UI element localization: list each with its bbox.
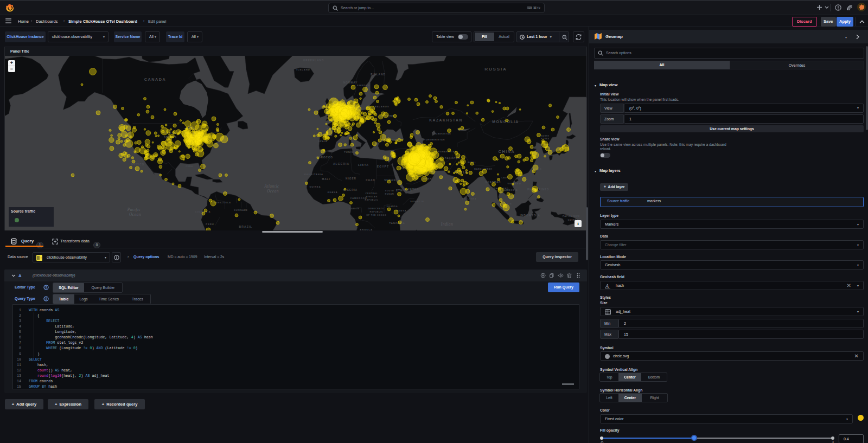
svg-text:CHINA: CHINA: [499, 149, 515, 154]
svg-text:Ocean: Ocean: [129, 212, 141, 217]
svg-text:CUBA: CUBA: [186, 165, 193, 168]
svg-text:GREENLAND: GREENLAND: [303, 59, 324, 62]
svg-text:ICELAND: ICELAND: [296, 68, 310, 71]
svg-text:SWEDEN: SWEDEN: [357, 84, 370, 87]
svg-text:CANADA: CANADA: [144, 77, 167, 82]
svg-text:GUINEA: GUINEA: [310, 185, 321, 188]
svg-text:PAPUA NEW: PAPUA NEW: [563, 215, 580, 217]
svg-text:NORTH: NORTH: [541, 135, 550, 137]
svg-text:ETHIOPIA: ETHIOPIA: [396, 189, 412, 192]
svg-text:VIETNAM: VIETNAM: [507, 182, 521, 185]
svg-text:SOMALIA: SOMALIA: [410, 200, 424, 203]
svg-text:MALI: MALI: [322, 178, 330, 181]
svg-text:KAZAKHSTAN: KAZAKHSTAN: [429, 118, 463, 122]
svg-text:RUSSIA: RUSSIA: [484, 67, 507, 72]
svg-text:AFGHANISTAN: AFGHANISTAN: [436, 150, 457, 153]
svg-text:Ocean: Ocean: [267, 189, 279, 194]
svg-text:PHILIPPINES: PHILIPPINES: [527, 188, 549, 191]
svg-text:GABON: GABON: [349, 207, 359, 210]
svg-text:DEMOCRATIC: DEMOCRATIC: [368, 208, 385, 210]
svg-text:MEXICO: MEXICO: [131, 163, 145, 166]
svg-text:SRI LANKA: SRI LANKA: [462, 198, 477, 200]
svg-text:REPUBLIC: REPUBLIC: [365, 199, 379, 201]
svg-text:PERU: PERU: [206, 223, 214, 226]
svg-text:Indian: Indian: [441, 222, 454, 227]
svg-text:NIGER: NIGER: [346, 177, 356, 180]
svg-text:OF THE CONGO: OF THE CONGO: [366, 214, 386, 216]
svg-text:GHANA: GHANA: [327, 191, 337, 194]
svg-text:CENTRAL: CENTRAL: [366, 192, 378, 195]
svg-text:TUNISIA: TUNISIA: [344, 151, 357, 153]
svg-text:VENEZUELA: VENEZUELA: [214, 201, 231, 204]
svg-text:Atlantic: Atlantic: [264, 184, 279, 189]
svg-text:FINLAND: FINLAND: [371, 73, 386, 76]
svg-text:A: A: [605, 283, 609, 288]
svg-text:SUDAN: SUDAN: [385, 193, 394, 195]
svg-text:UGANDA: UGANDA: [387, 206, 398, 208]
svg-text:NORWAY: NORWAY: [343, 81, 358, 84]
svg-text:ANGOLA: ANGOLA: [360, 228, 373, 230]
svg-text:AFRICAN: AFRICAN: [366, 196, 378, 198]
svg-text:SURINAME: SURINAME: [234, 209, 248, 211]
svg-text:SOUTH: SOUTH: [385, 190, 394, 192]
svg-text:INDONESIA: INDONESIA: [520, 214, 540, 217]
svg-text:ALGERIA: ALGERIA: [333, 162, 349, 165]
svg-text:TURKMENISTAN: TURKMENISTAN: [424, 139, 445, 141]
svg-text:CAMBODIA: CAMBODIA: [502, 189, 518, 191]
svg-text:UZBEKISTAN: UZBEKISTAN: [435, 133, 451, 135]
svg-text:CHAD: CHAD: [366, 179, 375, 182]
svg-text:REPUBLIC: REPUBLIC: [370, 211, 384, 213]
svg-text:BRAZIL: BRAZIL: [239, 225, 253, 228]
svg-text:LIBYA: LIBYA: [358, 163, 369, 166]
svg-text:BELARUS: BELARUS: [374, 105, 389, 108]
svg-text:EGYPT: EGYPT: [377, 165, 389, 168]
svg-text:MAURITANIA: MAURITANIA: [304, 173, 323, 176]
svg-text:TANZANIA: TANZANIA: [390, 222, 405, 224]
svg-text:SPAIN: SPAIN: [318, 140, 327, 143]
svg-text:Pacific: Pacific: [127, 207, 141, 212]
